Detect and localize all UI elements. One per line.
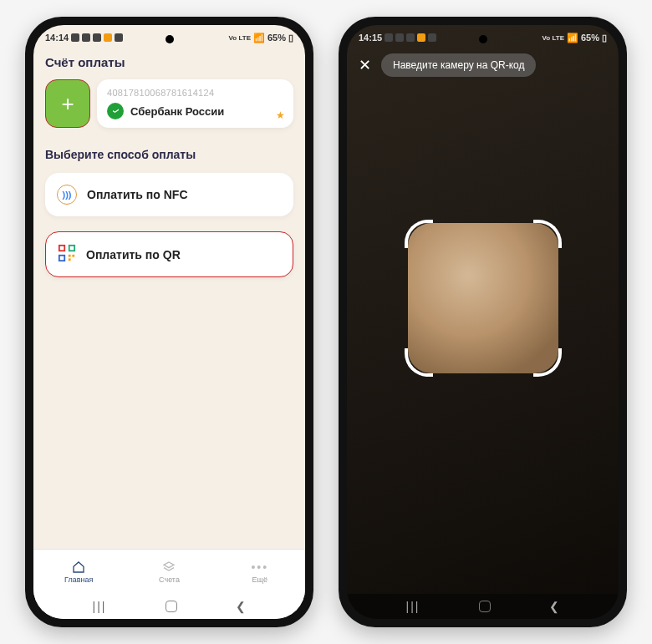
status-bar: 14:14 Vo LTE 📶 65% ▯ (33, 25, 305, 50)
battery-icon: ▯ (288, 33, 293, 43)
section-title: Выберите способ оплаты (45, 148, 293, 161)
nav-recents[interactable]: ||| (93, 600, 107, 613)
frame-corner-icon (405, 220, 433, 248)
android-nav: ||| ❮ (33, 594, 305, 619)
tab-accounts[interactable]: Счета (124, 550, 214, 594)
svg-rect-4 (72, 255, 74, 257)
account-number: 40817810068781614124 (107, 88, 283, 98)
screen-payment: 14:14 Vo LTE 📶 65% ▯ Счёт оплаты + (33, 25, 305, 619)
scanner-hint-pill: Наведите камеру на QR-код (381, 53, 536, 77)
bank-name: Сбербанк России (130, 105, 224, 118)
status-bar: 14:15 Vo LTE 📶 65% ▯ (347, 25, 619, 50)
status-app-icon (428, 33, 436, 42)
battery-icon: ▯ (602, 33, 607, 43)
status-app-icon (82, 33, 90, 42)
tab-home[interactable]: Главная (33, 550, 124, 594)
status-time: 14:14 (45, 33, 69, 43)
nav-back[interactable]: ❮ (549, 600, 559, 613)
svg-rect-1 (69, 246, 74, 251)
frame-corner-icon (405, 348, 433, 377)
account-row: + 40817810068781614124 Сбербанк России ★ (45, 79, 293, 128)
frame-corner-icon (533, 348, 562, 377)
pay-nfc-option[interactable]: ))) Оплатить по NFC (45, 173, 293, 216)
status-network: Vo LTE (229, 34, 251, 42)
phone-right: 14:15 Vo LTE 📶 65% ▯ ✕ Наведите камеру н… (339, 17, 627, 627)
svg-rect-0 (59, 246, 64, 251)
page-title: Счёт оплаты (45, 55, 293, 69)
status-app-icon (93, 33, 101, 42)
svg-rect-5 (69, 258, 71, 261)
scanner-topbar: ✕ Наведите камеру на QR-код (347, 50, 619, 85)
status-app-icon (417, 33, 425, 42)
pay-nfc-label: Оплатить по NFC (87, 188, 188, 201)
tab-more[interactable]: ••• Ещё (215, 550, 305, 594)
account-card[interactable]: 40817810068781614124 Сбербанк России ★ (97, 79, 293, 128)
android-nav: ||| ❮ (347, 594, 619, 619)
phone-left: 14:14 Vo LTE 📶 65% ▯ Счёт оплаты + (25, 17, 313, 627)
tab-home-label: Главная (64, 576, 93, 584)
nav-home[interactable] (479, 601, 491, 612)
layers-icon (162, 560, 176, 574)
qr-scan-frame (408, 223, 558, 373)
status-app-icon (395, 33, 404, 42)
frame-corner-icon (533, 220, 562, 248)
pay-qr-option[interactable]: Оплатить по QR (45, 231, 293, 277)
signal-icon: 📶 (253, 33, 265, 43)
tab-more-label: Ещё (252, 576, 267, 584)
status-battery: 65% (267, 33, 286, 43)
nfc-icon: ))) (57, 185, 77, 205)
more-icon: ••• (251, 560, 268, 574)
plus-icon: + (61, 93, 74, 114)
qr-icon (58, 244, 76, 265)
svg-rect-2 (59, 256, 64, 261)
home-icon (72, 560, 85, 574)
sberbank-icon (107, 103, 124, 119)
camera-viewfinder[interactable] (347, 85, 619, 594)
add-account-button[interactable]: + (45, 79, 90, 128)
signal-icon: 📶 (567, 33, 578, 43)
status-app-icon (406, 33, 415, 42)
nav-recents[interactable]: ||| (406, 600, 420, 613)
screen-qr-scanner: 14:15 Vo LTE 📶 65% ▯ ✕ Наведите камеру н… (347, 25, 619, 619)
tab-accounts-label: Счета (159, 576, 180, 584)
status-battery: 65% (581, 33, 599, 43)
favorite-star-icon: ★ (276, 109, 285, 121)
nav-home[interactable] (166, 601, 177, 612)
close-button[interactable]: ✕ (359, 56, 371, 74)
status-app-icon (71, 33, 79, 42)
svg-rect-3 (69, 255, 71, 257)
status-app-icon (385, 33, 393, 42)
nav-back[interactable]: ❮ (236, 600, 246, 613)
status-app-icon (104, 33, 112, 42)
pay-qr-label: Оплатить по QR (86, 248, 181, 261)
status-app-icon (115, 33, 123, 42)
status-network: Vo LTE (542, 34, 564, 42)
tab-bar: Главная Счета ••• Ещё (33, 549, 305, 594)
status-time: 14:15 (359, 33, 382, 43)
